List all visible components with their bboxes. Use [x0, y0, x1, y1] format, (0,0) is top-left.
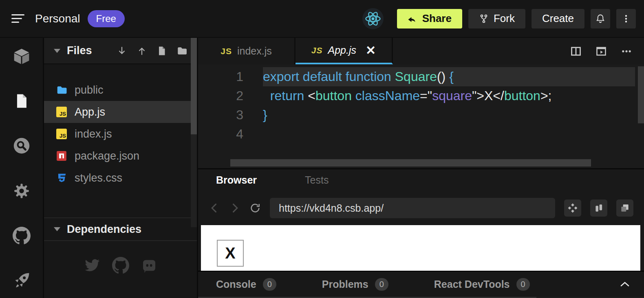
fork-button[interactable]: Fork [468, 9, 525, 28]
js-icon: JS [56, 129, 67, 139]
url-input[interactable] [270, 198, 555, 218]
dependencies-section[interactable]: Dependencies [44, 217, 197, 241]
share-button[interactable]: Share [397, 9, 462, 28]
file-name: index.js [75, 128, 112, 140]
editor-horizontal-scrollbar[interactable] [230, 159, 591, 167]
columns-icon[interactable] [590, 199, 607, 217]
file-item-index.js[interactable]: JSindex.js [44, 123, 197, 145]
code-line-3[interactable]: 3} [198, 105, 644, 125]
js-icon: JS [311, 46, 323, 55]
editor-vertical-scrollbar[interactable] [638, 66, 644, 123]
js-icon: JS [221, 46, 232, 56]
code-line-4[interactable]: 4 [198, 125, 644, 144]
social-links [44, 256, 197, 274]
editor-tab-App.js[interactable]: JSApp.js✕ [296, 38, 393, 64]
split-view-icon[interactable] [570, 45, 582, 57]
console-item-label: React DevTools [434, 278, 510, 290]
chevron-up-icon[interactable] [620, 281, 629, 287]
chevron-down-icon [54, 227, 60, 231]
count-badge: 0 [263, 278, 276, 291]
github-icon[interactable] [12, 226, 31, 245]
react-logo-icon [362, 8, 384, 29]
css-icon [56, 173, 67, 183]
files-panel-title: Files [67, 44, 92, 57]
code-lines: 1export default function Square() {2 ret… [198, 67, 644, 144]
preview-square-button[interactable]: X [217, 240, 244, 267]
activity-sidebar [0, 38, 43, 298]
plan-badge[interactable]: Free [88, 10, 125, 27]
file-explorer-icon[interactable] [12, 92, 31, 110]
file-name: package.json [75, 150, 139, 162]
close-icon[interactable]: ✕ [366, 44, 376, 57]
notifications-button[interactable] [591, 9, 610, 28]
share-arrow-icon [408, 14, 417, 24]
console-item-label: Problems [322, 278, 368, 290]
browser-navbar [198, 191, 644, 225]
deploy-rocket-icon[interactable] [12, 271, 31, 290]
console-item-problems[interactable]: Problems0 [322, 278, 388, 291]
file-item-package.json[interactable]: package.json [44, 145, 197, 167]
browser-tabs: BrowserTests [198, 169, 644, 191]
code-line-1[interactable]: 1export default function Square() { [198, 67, 644, 86]
browser-tab-tests[interactable]: Tests [305, 174, 329, 186]
dependencies-title: Dependencies [67, 223, 141, 236]
download-icon[interactable] [117, 46, 127, 56]
editor-tabbar: JSindex.jsJSApp.js✕ [198, 38, 644, 64]
discord-icon[interactable] [140, 256, 158, 274]
file-item-App.js[interactable]: JSApp.js [44, 101, 197, 123]
search-icon[interactable] [12, 136, 31, 155]
upload-icon[interactable] [137, 46, 147, 56]
tab-label: App.js [328, 44, 356, 56]
console-item-console[interactable]: Console0 [216, 278, 276, 291]
browser-panel: BrowserTests [198, 168, 644, 298]
create-button[interactable]: Create [532, 9, 584, 28]
more-options-button[interactable] [616, 9, 636, 28]
code-line-2[interactable]: 2 return <button className="square">X</b… [198, 86, 644, 105]
files-scrollbar-thumb[interactable] [191, 38, 197, 134]
files-panel-header[interactable]: Files [44, 38, 197, 64]
editor-column: JSindex.jsJSApp.js✕ 1export default func… [198, 38, 644, 298]
file-item-public[interactable]: public [44, 79, 197, 101]
js-icon: JS [56, 107, 67, 117]
kebab-icon [621, 14, 631, 24]
console-item-react-devtools[interactable]: React DevTools0 [434, 278, 530, 291]
browser-tab-browser[interactable]: Browser [216, 174, 257, 186]
menu-icon[interactable] [8, 9, 27, 28]
file-item-styles.css[interactable]: styles.css [44, 167, 197, 189]
code-editor[interactable]: 1export default function Square() {2 ret… [198, 64, 644, 168]
github-social-icon[interactable] [112, 256, 130, 274]
line-content: return <button className="square">X</but… [263, 86, 635, 105]
new-file-icon[interactable] [157, 46, 167, 56]
console-item-label: Console [216, 278, 256, 290]
forward-icon[interactable] [229, 202, 240, 214]
twitter-icon[interactable] [83, 256, 101, 274]
file-name: public [75, 84, 104, 96]
count-badge: 0 [375, 278, 388, 291]
copy-windows-icon[interactable] [616, 199, 633, 217]
settings-gear-icon[interactable] [12, 182, 31, 200]
line-number: 2 [198, 86, 243, 105]
file-list: publicJSApp.jsJSindex.jspackage.jsonstyl… [44, 79, 197, 189]
folder-icon [56, 85, 67, 95]
workspace-name[interactable]: Personal [35, 12, 80, 25]
dpad-icon[interactable] [564, 199, 581, 217]
top-header: Personal Free Share Fork [0, 0, 644, 38]
back-icon[interactable] [209, 202, 220, 214]
codesandbox-window: Personal Free Share Fork [0, 0, 644, 298]
chevron-down-icon [54, 49, 60, 53]
npm-icon [56, 151, 67, 161]
files-actions [117, 46, 187, 56]
count-badge: 0 [516, 278, 530, 291]
fork-icon [479, 14, 489, 24]
editor-tab-index.js[interactable]: JSindex.js [198, 38, 296, 64]
preview-window-icon[interactable] [595, 45, 607, 57]
new-folder-icon[interactable] [176, 46, 187, 56]
bell-icon [595, 13, 606, 24]
refresh-icon[interactable] [249, 202, 261, 214]
line-content [263, 125, 635, 144]
tab-label: index.js [237, 45, 272, 57]
sandbox-cube-icon[interactable] [12, 47, 31, 66]
preview-viewport: X [201, 225, 640, 271]
more-horizontal-icon[interactable] [620, 45, 633, 57]
files-panel: Files publicJSApp.jsJSindex.jspackage.js… [43, 38, 198, 298]
